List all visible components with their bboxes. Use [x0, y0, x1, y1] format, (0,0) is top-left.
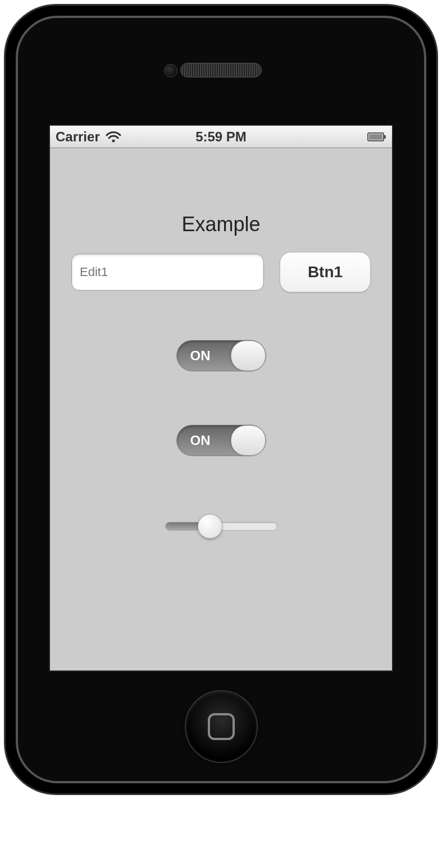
switch-1[interactable]: ON: [176, 340, 266, 371]
battery-icon: [367, 132, 386, 141]
svg-point-0: [112, 139, 115, 142]
carrier-label: Carrier: [56, 129, 100, 145]
page-title: Example: [50, 213, 392, 236]
slider-1[interactable]: [165, 515, 277, 538]
phone-inner: Carrier 5:59 PM: [16, 16, 426, 783]
wifi-icon: [106, 131, 121, 143]
input-row: Btn1: [50, 252, 392, 292]
svg-rect-3: [384, 135, 386, 139]
status-bar: Carrier 5:59 PM: [50, 126, 392, 148]
home-button-icon: [208, 713, 235, 740]
switch-2-state-label: ON: [190, 433, 211, 448]
home-button[interactable]: [185, 690, 258, 763]
phone-frame: Carrier 5:59 PM: [6, 6, 436, 793]
switch-2[interactable]: ON: [176, 425, 266, 456]
switch-1-knob: [231, 341, 266, 371]
screen: Carrier 5:59 PM: [49, 125, 393, 672]
phone-top-bezel: [18, 18, 424, 125]
earpiece-speaker: [180, 63, 262, 77]
status-time: 5:59 PM: [195, 129, 247, 145]
switch-1-state-label: ON: [190, 348, 211, 364]
btn1-button[interactable]: Btn1: [280, 252, 371, 292]
slider-thumb: [198, 514, 222, 539]
app-content: Example Btn1 ON ON: [50, 148, 392, 670]
phone-bottom-bezel: [18, 672, 424, 781]
edit1-input[interactable]: [71, 254, 264, 291]
switch-2-knob: [231, 425, 266, 456]
front-camera: [164, 64, 177, 77]
svg-rect-2: [369, 134, 382, 140]
